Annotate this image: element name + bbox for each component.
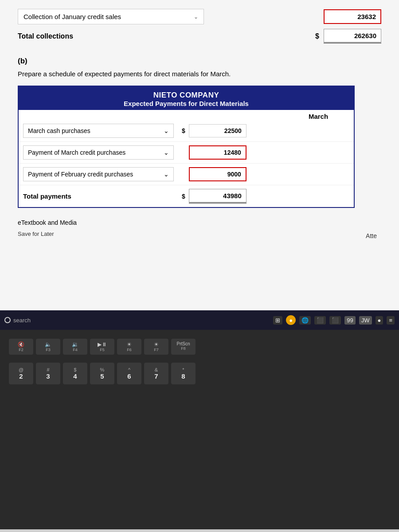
- key-4-top: $: [69, 367, 81, 372]
- key-4-bottom: 4: [69, 372, 81, 380]
- chevron-down-icon: ⌄: [164, 171, 169, 178]
- total-payments-row: Total payments $ 43980: [19, 185, 354, 207]
- chevron-down-icon: ⌄: [194, 14, 198, 20]
- column-header-row: March: [19, 110, 354, 120]
- total-collections-dollar: $: [315, 32, 319, 40]
- total-payments-label: Total payments: [23, 192, 174, 200]
- prepare-text: Prepare a schedule of expected payments …: [18, 70, 381, 78]
- total-collections-value: 262630: [324, 29, 381, 43]
- fkey-f6-label: F6: [121, 348, 137, 352]
- key-5-top: %: [96, 367, 108, 372]
- key-7-bottom: 7: [150, 372, 162, 380]
- fkey-f7[interactable]: ☀ F7: [144, 339, 168, 355]
- key-4[interactable]: $ 4: [63, 363, 87, 384]
- total-payments-value: 43980: [189, 189, 246, 203]
- key-2-top: @: [15, 367, 27, 372]
- taskbar-icon-signal[interactable]: ≡: [387, 316, 395, 325]
- key-3[interactable]: # 3: [36, 363, 60, 384]
- taskbar-icon-app3[interactable]: ●: [376, 316, 383, 325]
- brightness-up-icon: ☀: [149, 341, 164, 348]
- march-cash-purchases-label-box[interactable]: March cash purchases ⌄: [23, 124, 174, 138]
- fkey-f3-label: F3: [40, 348, 56, 352]
- march-cash-value: 22500: [189, 124, 246, 137]
- total-collections-label: Total collections: [18, 32, 106, 40]
- fkey-f2[interactable]: 🔇 F2: [9, 339, 33, 355]
- total-payments-dollar: $: [182, 193, 185, 200]
- taskbar-icon-edge[interactable]: 🌐: [299, 316, 311, 325]
- collection-january-label-box[interactable]: Collection of January credit sales ⌄: [18, 9, 204, 24]
- key-7[interactable]: & 7: [144, 363, 168, 384]
- number-keys-row: @ 2 # 3 $ 4 % 5 ^ 6 & 7 * 8: [9, 363, 390, 384]
- vol-down-icon: 🔈: [40, 341, 56, 348]
- march-column-header: March: [287, 113, 349, 120]
- key-6[interactable]: ^ 6: [117, 363, 141, 384]
- key-2[interactable]: @ 2: [9, 363, 33, 384]
- table-row: Payment of March credit purchases ⌄ $ 12…: [19, 142, 354, 164]
- fkey-f4-label: F4: [67, 348, 83, 352]
- key-3-bottom: 3: [42, 372, 54, 380]
- table-header: NIETO COMPANY Expected Payments for Dire…: [19, 86, 354, 110]
- payment-march-credit-label-box[interactable]: Payment of March credit purchases ⌄: [23, 145, 174, 160]
- play-pause-icon: ▶⏸: [94, 341, 110, 348]
- search-circle-icon: [4, 317, 11, 323]
- payment-feb-credit-label-box[interactable]: Payment of February credit purchases ⌄: [23, 167, 174, 181]
- payment-feb-credit-label: Payment of February credit purchases: [28, 171, 133, 178]
- key-6-top: ^: [123, 367, 135, 372]
- chevron-down-icon: ⌄: [164, 127, 169, 134]
- fkey-f6[interactable]: ☀ F6: [117, 339, 141, 355]
- collection-january-value: 23632: [324, 9, 381, 24]
- brightness-down-icon: ☀: [121, 341, 137, 348]
- table-row: March cash purchases ⌄ $ 22500: [19, 120, 354, 142]
- key-3-top: #: [42, 367, 54, 372]
- fkey-f8-label: F8: [176, 346, 191, 351]
- expected-payments-table: NIETO COMPANY Expected Payments for Dire…: [18, 86, 355, 208]
- taskbar-icon-monitor[interactable]: ⊞: [273, 316, 282, 325]
- key-8[interactable]: * 8: [171, 363, 196, 384]
- fkey-f2-label: F2: [13, 348, 29, 352]
- payment-feb-credit-value: 9000: [189, 167, 246, 181]
- taskbar-icon-app2[interactable]: ⬛: [329, 316, 341, 325]
- taskbar: search ⊞ ● 🌐 ⬛ ⬛ 99 JW ● ≡: [0, 310, 399, 330]
- fkey-f5[interactable]: ▶⏸ F5: [90, 339, 114, 355]
- table-row: Payment of February credit purchases ⌄ $…: [19, 164, 354, 185]
- prtscn-icon: PrtScn: [176, 341, 191, 346]
- key-8-bottom: 8: [177, 372, 189, 380]
- key-5-bottom: 5: [96, 372, 108, 380]
- taskbar-icon-jw[interactable]: JW: [359, 316, 372, 325]
- key-8-top: *: [177, 367, 189, 372]
- fkey-f5-label: F5: [94, 348, 110, 352]
- key-5[interactable]: % 5: [90, 363, 114, 384]
- fkey-f8[interactable]: PrtScn F8: [171, 339, 196, 355]
- keyboard-area: 🔇 F2 🔈 F3 🔉 F4 ▶⏸ F5 ☀ F6 ☀ F7 PrtScn F8: [0, 330, 399, 529]
- chevron-down-icon: ⌄: [164, 149, 169, 156]
- fkey-f4[interactable]: 🔉 F4: [63, 339, 87, 355]
- mute-icon: 🔇: [13, 341, 29, 348]
- company-name: NIETO COMPANY: [19, 91, 354, 100]
- section-b-label: (b): [18, 57, 381, 66]
- collection-january-label: Collection of January credit sales: [23, 13, 121, 20]
- vol-up-icon: 🔉: [67, 341, 83, 348]
- payment-march-credit-value: 12480: [189, 145, 246, 160]
- fkey-f3[interactable]: 🔈 F3: [36, 339, 60, 355]
- table-subtitle: Expected Payments for Direct Materials: [19, 100, 354, 107]
- key-7-top: &: [150, 367, 162, 372]
- taskbar-icon-99[interactable]: 99: [344, 316, 355, 325]
- taskbar-icon-chrome[interactable]: ●: [286, 315, 296, 325]
- atte-text: Atte: [366, 232, 377, 239]
- march-cash-purchases-label: March cash purchases: [28, 127, 90, 134]
- taskbar-icon-app1[interactable]: ⬛: [314, 316, 326, 325]
- key-6-bottom: 6: [123, 372, 135, 380]
- key-2-bottom: 2: [15, 372, 27, 380]
- fkey-f7-label: F7: [149, 348, 164, 352]
- search-label: search: [13, 317, 31, 324]
- payment-march-credit-label: Payment of March credit purchases: [28, 149, 125, 156]
- march-cash-dollar: $: [182, 127, 185, 134]
- etextbook-link[interactable]: eTextbook and Media: [18, 219, 381, 226]
- save-for-later-link[interactable]: Save for Later: [18, 231, 54, 237]
- search-area[interactable]: search: [4, 317, 31, 324]
- taskbar-icons: ⊞ ● 🌐 ⬛ ⬛ 99 JW ● ≡: [273, 315, 395, 325]
- function-keys-row: 🔇 F2 🔈 F3 🔉 F4 ▶⏸ F5 ☀ F6 ☀ F7 PrtScn F8: [9, 339, 390, 355]
